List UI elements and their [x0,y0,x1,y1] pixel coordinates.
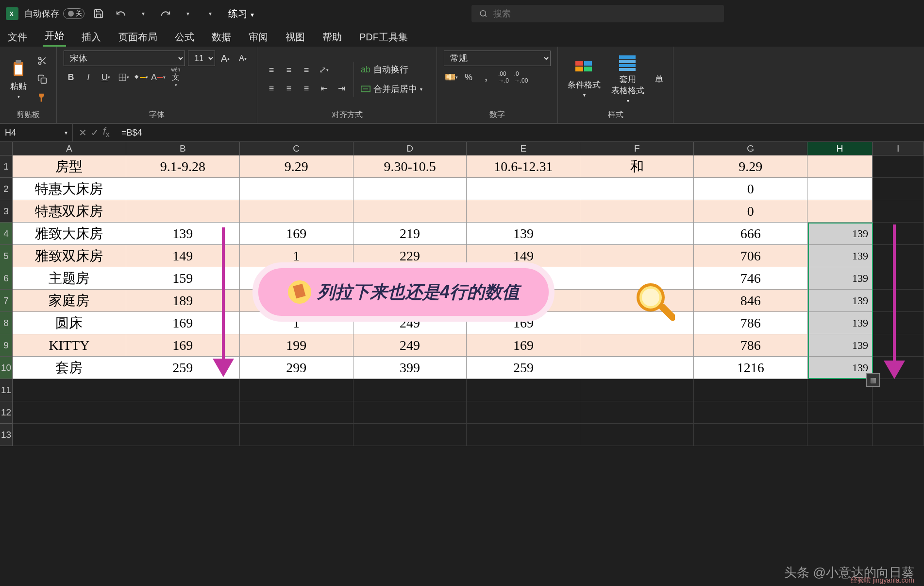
redo-dropdown-icon[interactable]: ▾ [180,5,196,22]
cut-icon[interactable] [35,53,50,68]
cell[interactable] [873,290,924,312]
tab-review[interactable]: 审阅 [247,28,270,47]
cell[interactable]: 圆床 [13,312,126,334]
cell[interactable]: 主题房 [13,267,126,290]
name-box[interactable]: H4 ▾ [0,124,73,141]
wrap-text-button[interactable]: ab自动换行 [359,62,424,77]
cell[interactable] [353,178,467,200]
cell[interactable] [13,424,126,446]
name-box-dropdown-icon[interactable]: ▾ [65,129,67,136]
row-header[interactable]: 5 [0,245,13,267]
cell[interactable] [580,357,694,379]
cell[interactable] [126,379,240,401]
cell[interactable] [873,267,924,290]
cell[interactable] [873,401,924,424]
row-header[interactable]: 6 [0,267,13,290]
cell[interactable] [353,379,467,401]
cell[interactable] [873,245,924,267]
cell[interactable]: 0 [694,178,807,200]
cell[interactable] [580,379,694,401]
cell[interactable]: 9.29 [240,155,353,178]
cell[interactable] [873,357,924,379]
row-header[interactable]: 3 [0,200,13,223]
cell[interactable] [873,379,924,401]
tab-view[interactable]: 视图 [284,28,307,47]
cell[interactable]: 139 [126,223,240,245]
align-bottom-icon[interactable]: ≡ [299,63,314,77]
cell[interactable]: 1216 [694,357,807,379]
cell[interactable] [873,223,924,245]
cell[interactable] [353,401,467,424]
cell[interactable] [580,245,694,267]
tab-pdf[interactable]: PDF工具集 [357,28,410,47]
fill-handle-icon[interactable]: ▦ [866,373,880,387]
cell[interactable]: 259 [467,357,580,379]
format-table-button[interactable]: 套用 表格格式▾ [608,53,647,105]
cell[interactable]: 139 [807,334,873,357]
decrease-font-icon[interactable]: A▾ [235,51,250,66]
tab-layout[interactable]: 页面布局 [117,28,159,47]
align-left-icon[interactable]: ≡ [264,81,279,96]
row-header[interactable]: 12 [0,401,13,424]
document-name[interactable]: 练习 ▾ [228,7,254,20]
decrease-decimal-icon[interactable]: .0→.00 [514,70,528,85]
border-button[interactable]: ▾ [116,70,131,85]
cell[interactable] [467,178,580,200]
cell[interactable] [873,312,924,334]
comma-format-icon[interactable]: , [479,70,493,85]
cell[interactable] [873,178,924,200]
cell[interactable]: 139 [807,245,873,267]
cell[interactable]: 159 [126,267,240,290]
cell[interactable] [580,424,694,446]
cell[interactable]: 169 [126,312,240,334]
row-header[interactable]: 4 [0,223,13,245]
cell[interactable] [126,401,240,424]
phonetic-button[interactable]: wén文▾ [168,70,183,85]
tab-file[interactable]: 文件 [6,28,29,47]
undo-dropdown-icon[interactable]: ▾ [135,5,151,22]
percent-format-icon[interactable]: % [461,70,476,85]
cell[interactable]: 特惠大床房 [13,178,126,200]
merge-center-button[interactable]: 合并后居中 ▾ [359,81,424,97]
cell[interactable]: 169 [467,334,580,357]
cell[interactable]: 199 [240,334,353,357]
cell[interactable]: 846 [694,290,807,312]
tab-data[interactable]: 数据 [210,28,233,47]
row-header[interactable]: 9 [0,334,13,357]
cell[interactable] [353,424,467,446]
number-format-select[interactable]: 常规 [444,51,551,66]
font-color-button[interactable]: A▾ [151,70,166,85]
align-right-icon[interactable]: ≡ [299,81,314,96]
cell[interactable] [13,379,126,401]
fill-color-button[interactable]: ▾ [134,70,148,85]
cell[interactable] [807,424,873,446]
cell[interactable]: 299 [240,357,353,379]
cell[interactable]: 和 [580,155,694,178]
cell[interactable]: 786 [694,334,807,357]
cell[interactable] [580,401,694,424]
cell[interactable] [240,401,353,424]
cell[interactable] [580,200,694,223]
cell[interactable] [580,334,694,357]
cell-styles-button[interactable]: 单 [652,72,666,87]
cell[interactable]: 0 [694,200,807,223]
cell[interactable]: 10.6-12.31 [467,155,580,178]
cell[interactable] [580,223,694,245]
increase-indent-icon[interactable]: ⇥ [334,81,349,96]
cell[interactable]: 雅致双床房 [13,245,126,267]
cell[interactable]: 666 [694,223,807,245]
cell[interactable] [580,178,694,200]
cell[interactable] [467,379,580,401]
cell[interactable]: 189 [126,290,240,312]
decrease-indent-icon[interactable]: ⇤ [317,81,331,96]
cell[interactable]: 249 [353,334,467,357]
cell[interactable] [694,424,807,446]
cell[interactable]: 139 [807,223,873,245]
col-header-A[interactable]: A [13,142,126,155]
cell[interactable] [873,334,924,357]
col-header-C[interactable]: C [240,142,353,155]
search-input[interactable] [493,9,716,19]
cancel-formula-icon[interactable]: ✕ [79,127,87,138]
font-size-select[interactable]: 11 [188,51,215,66]
cell[interactable]: 雅致大床房 [13,223,126,245]
